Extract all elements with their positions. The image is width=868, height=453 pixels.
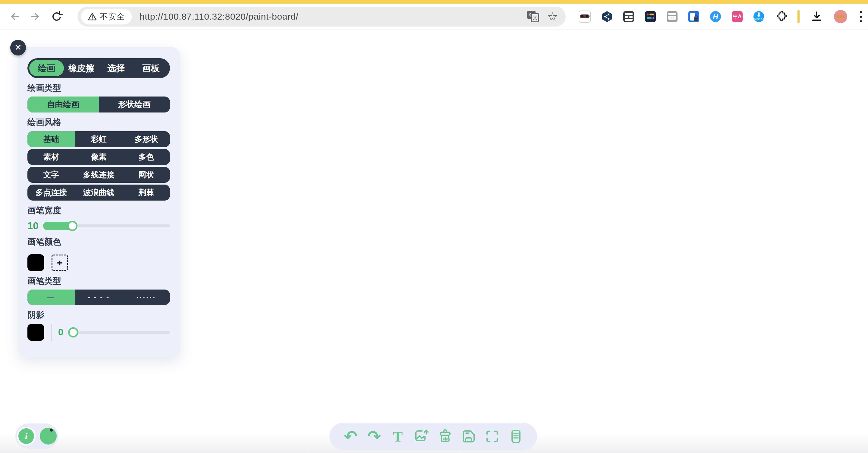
slider-track: [68, 331, 170, 334]
translate-pink-extension-icon[interactable]: 中A: [732, 11, 743, 22]
download-glyph: ⬇: [753, 11, 764, 19]
brush-width-row: 10: [27, 220, 170, 232]
datatool-caption: DATATOOL: [753, 19, 764, 20]
image-upload-button[interactable]: [413, 429, 429, 444]
text-tool-button[interactable]: T: [390, 429, 406, 444]
mode-tabs: 绘画 橡皮擦 选择 画板: [27, 58, 170, 78]
option-free-draw[interactable]: 自由绘画: [27, 96, 99, 113]
draw-type-toggle: 自由绘画 形状绘画: [27, 96, 170, 113]
redo-icon: ↷: [367, 429, 381, 444]
brush-type-solid[interactable]: —: [27, 289, 75, 305]
color-swatch-black[interactable]: [27, 254, 44, 271]
dot: [671, 18, 672, 19]
clean-brush-button[interactable]: [437, 429, 453, 444]
brush-width-label: 画笔宽度: [27, 206, 170, 215]
slider-thumb[interactable]: [67, 221, 78, 231]
fullscreen-button[interactable]: [484, 429, 500, 444]
fullscreen-icon: [484, 429, 500, 444]
brush-type-dotted[interactable]: ······: [122, 289, 170, 305]
info-button[interactable]: i: [17, 427, 36, 446]
thumb-holder: [43, 220, 72, 232]
redo-button[interactable]: ↷: [367, 429, 382, 444]
style-multi-point[interactable]: 多点连接: [27, 185, 75, 201]
share-hex-extension-icon[interactable]: [601, 11, 613, 22]
divider: [51, 323, 52, 341]
style-wave-curve[interactable]: 波浪曲线: [75, 185, 123, 201]
brush-type-dashed[interactable]: - - - -: [75, 289, 123, 305]
security-chip-label: 不安全: [100, 11, 125, 22]
brush-width-slider[interactable]: [43, 220, 170, 232]
dot: [652, 17, 654, 19]
style-text[interactable]: 文字: [27, 167, 75, 183]
chrome-menu-icon[interactable]: [858, 11, 864, 22]
style-multi-color[interactable]: 多色: [122, 149, 170, 165]
url-bar[interactable]: 不安全 http://100.87.110.32:8020/paint-boar…: [78, 7, 566, 27]
password-lock-extension-icon[interactable]: [688, 11, 699, 22]
glyph-speck: [837, 16, 839, 18]
action-toolbar: ↶ ↷ T: [330, 423, 537, 450]
text-tool-icon: T: [393, 428, 403, 445]
tab-eraser[interactable]: 橡皮擦: [64, 60, 98, 76]
mask-shape: [580, 15, 590, 18]
draw-style-grid: 基础 彩虹 多形状 素材 像素 多色 文字 多线连接 网状 多点连接 波浪曲线 …: [27, 131, 170, 201]
h-circle-extension-icon[interactable]: H: [710, 11, 721, 22]
profile-avatar[interactable]: [834, 10, 847, 23]
lock-shape: [694, 18, 698, 21]
panel-close-button[interactable]: ✕: [10, 40, 26, 56]
style-mesh[interactable]: 网状: [122, 167, 170, 183]
bar: [629, 16, 632, 18]
bookmark-star-icon[interactable]: ☆: [547, 10, 558, 23]
bar: [625, 16, 628, 18]
shadow-slider[interactable]: [68, 326, 170, 338]
save-button[interactable]: [461, 429, 476, 444]
forward-icon[interactable]: [30, 10, 41, 23]
style-multi-line[interactable]: 多线连接: [75, 167, 123, 183]
board-list-button[interactable]: [508, 429, 524, 444]
reload-icon[interactable]: [51, 10, 63, 23]
translate-wen-glyph: 文: [531, 13, 539, 22]
option-shape-draw[interactable]: 形状绘画: [99, 96, 170, 113]
brush-width-value: 10: [27, 220, 43, 232]
tab-select[interactable]: 选择: [99, 60, 133, 76]
slider-thumb[interactable]: [68, 327, 79, 338]
translate-icon[interactable]: G 文: [527, 11, 539, 22]
draw-style-label: 绘画风格: [27, 118, 170, 127]
datatool-extension-icon[interactable]: ⬇ DATATOOL: [753, 11, 764, 22]
warning-icon: [88, 12, 97, 21]
style-material[interactable]: 素材: [27, 149, 75, 165]
info-pill: i: [16, 423, 58, 449]
glyph-speck: [843, 16, 844, 18]
glyph-speck: [840, 15, 842, 18]
style-thorn[interactable]: 荆棘: [122, 185, 170, 201]
back-icon[interactable]: [8, 10, 21, 23]
bar: [625, 19, 632, 21]
undo-icon: ↶: [344, 429, 358, 444]
url-text[interactable]: http://100.87.110.32:8020/paint-board/: [140, 11, 299, 22]
browser-toolbar: 不安全 http://100.87.110.32:8020/paint-boar…: [0, 4, 868, 30]
style-pixel[interactable]: 像素: [75, 149, 123, 165]
speech-extension-icon[interactable]: [667, 11, 678, 22]
dot: [673, 18, 674, 19]
shadow-value: 0: [58, 327, 63, 338]
table-extension-icon[interactable]: [623, 11, 634, 22]
style-multi-shape[interactable]: 多形状: [122, 131, 170, 147]
dot: [860, 20, 862, 22]
brush-preview-button[interactable]: [40, 428, 57, 445]
clean-brush-icon: [437, 429, 453, 444]
tab-board[interactable]: 画板: [133, 60, 168, 76]
masked-doc-extension-icon[interactable]: [579, 10, 591, 23]
panel-extension-icon[interactable]: [645, 11, 656, 22]
save-icon: [461, 429, 476, 444]
add-color-button[interactable]: +: [52, 255, 68, 271]
undo-button[interactable]: ↶: [343, 429, 358, 444]
downloads-icon[interactable]: [810, 10, 823, 23]
style-rainbow[interactable]: 彩虹: [75, 131, 123, 147]
style-basic[interactable]: 基础: [27, 131, 75, 147]
screen: 不安全 http://100.87.110.32:8020/paint-boar…: [0, 0, 868, 453]
board-list-icon: [508, 429, 524, 444]
puzzle-extensions-icon[interactable]: [775, 11, 786, 22]
security-chip[interactable]: 不安全: [81, 9, 132, 24]
shadow-color-swatch[interactable]: [27, 324, 44, 341]
tab-draw[interactable]: 绘画: [29, 60, 64, 76]
bar: [650, 13, 654, 16]
